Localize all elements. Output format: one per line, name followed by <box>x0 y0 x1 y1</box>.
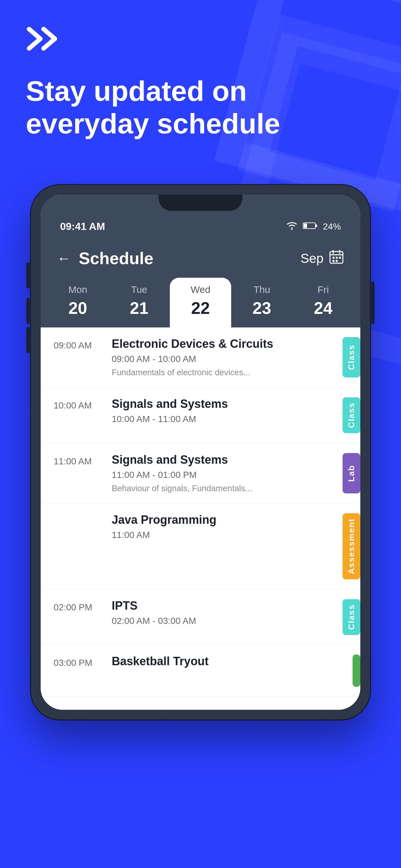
event-ipts-title: IPTS <box>112 599 336 613</box>
event-edc-time: 09:00 AM - 10:00 AM <box>112 354 336 364</box>
event-sns2-title: Signals and Systems <box>112 453 336 467</box>
event-ipts-time: 02:00 AM - 03:00 AM <box>112 616 336 626</box>
notch-inner <box>158 195 243 211</box>
svg-rect-1 <box>316 224 317 227</box>
event-card-ipts[interactable]: IPTS 02:00 AM - 03:00 AM Class <box>105 589 360 645</box>
phone-screen: 09:41 AM <box>41 195 360 710</box>
app-logo <box>26 26 375 55</box>
battery-percent: 24% <box>323 221 341 232</box>
day-tue[interactable]: Tue 21 <box>109 278 170 328</box>
event-basketball-title: Basketball Tryout <box>112 655 346 668</box>
event-edc-tag: Class <box>343 337 360 377</box>
day-wed-name: Wed <box>173 284 228 295</box>
day-wed[interactable]: Wed 22 <box>170 278 231 328</box>
event-ipts-content: IPTS 02:00 AM - 03:00 AM <box>112 599 343 635</box>
svg-rect-9 <box>339 257 341 259</box>
event-java-time: 11:00 AM <box>112 530 336 540</box>
event-sns2-tag: Lab <box>343 453 360 493</box>
day-thu[interactable]: Thu 23 <box>231 278 292 328</box>
calendar-icon[interactable] <box>329 249 344 268</box>
event-basketball-content: Basketball Tryout <box>112 655 352 687</box>
svg-rect-2 <box>304 223 307 228</box>
schedule-row-1400: 02:00 PM IPTS 02:00 AM - 03:00 AM Class <box>41 589 360 645</box>
svg-rect-10 <box>333 260 335 262</box>
svg-rect-7 <box>333 257 335 259</box>
day-tue-name: Tue <box>112 284 166 295</box>
svg-rect-8 <box>336 257 338 259</box>
event-sns1-title: Signals and Systems <box>112 397 336 411</box>
event-sns2-desc: Behaviour of signals, Fundamentals... <box>112 484 336 493</box>
event-sns1-content: Signals and Systems 10:00 AM - 11:00 AM <box>112 397 343 433</box>
event-card-sns1[interactable]: Signals and Systems 10:00 AM - 11:00 AM … <box>105 388 360 443</box>
day-thu-name: Thu <box>235 284 289 295</box>
day-selector: Mon 20 Tue 21 Wed 22 Thu 23 Fri 24 <box>41 268 360 328</box>
event-java-tag: Assessment <box>343 513 360 579</box>
phone-body: 09:41 AM <box>31 185 370 719</box>
event-basketball-tag <box>352 655 360 687</box>
event-java-title: Java Programming <box>112 513 336 527</box>
event-card-sns2[interactable]: Signals and Systems 11:00 AM - 01:00 PM … <box>105 443 360 503</box>
event-sns1-tag: Class <box>343 397 360 433</box>
day-mon[interactable]: Mon 20 <box>47 278 109 328</box>
schedule-row-1500: 03:00 PM Basketball Tryout <box>41 645 360 697</box>
event-edc-title: Electronic Devices & Circuits <box>112 337 336 351</box>
schedule-row-1100-sns: 11:00 AM Signals and Systems 11:00 AM - … <box>41 443 360 503</box>
day-mon-num: 20 <box>50 299 105 318</box>
event-java-content: Java Programming 11:00 AM <box>112 513 343 579</box>
day-tue-num: 21 <box>112 299 166 318</box>
promo-header: Stay updated on everyday schedule <box>0 0 401 159</box>
day-wed-num: 22 <box>173 299 228 318</box>
status-icons: 24% <box>286 221 341 232</box>
schedule-row-1100-java: Java Programming 11:00 AM Assessment <box>41 503 360 589</box>
day-fri-name: Fri <box>296 284 351 295</box>
day-fri[interactable]: Fri 24 <box>292 278 354 328</box>
event-edc-content: Electronic Devices & Circuits 09:00 AM -… <box>112 337 343 377</box>
promo-tagline: Stay updated on everyday schedule <box>26 74 316 140</box>
time-1500: 03:00 PM <box>41 645 105 681</box>
time-1100: 11:00 AM <box>41 443 105 479</box>
schedule-content: 09:00 AM Electronic Devices & Circuits 0… <box>41 328 360 710</box>
event-sns1-time: 10:00 AM - 11:00 AM <box>112 414 336 424</box>
svg-rect-11 <box>336 260 338 262</box>
event-card-basketball[interactable]: Basketball Tryout <box>105 645 360 696</box>
phone-mockup: 09:41 AM <box>0 185 401 733</box>
app-header: ← Schedule Sep <box>41 239 360 268</box>
day-fri-num: 24 <box>296 299 351 318</box>
time-1000: 10:00 AM <box>41 388 105 424</box>
screen-title: Schedule <box>79 249 153 268</box>
status-time: 09:41 AM <box>60 221 105 232</box>
event-sns2-time: 11:00 AM - 01:00 PM <box>112 470 336 480</box>
event-ipts-tag: Class <box>343 599 360 635</box>
day-thu-num: 23 <box>235 299 289 318</box>
phone-notch <box>41 195 360 211</box>
header-left: ← Schedule <box>57 249 153 268</box>
schedule-row-1000: 10:00 AM Signals and Systems 10:00 AM - … <box>41 388 360 443</box>
event-card-java[interactable]: Java Programming 11:00 AM Assessment <box>105 503 360 589</box>
status-bar: 09:41 AM <box>41 211 360 239</box>
battery-icon <box>303 221 318 232</box>
back-button[interactable]: ← <box>57 250 71 267</box>
schedule-row-0900: 09:00 AM Electronic Devices & Circuits 0… <box>41 328 360 388</box>
event-card-edc[interactable]: Electronic Devices & Circuits 09:00 AM -… <box>105 328 360 387</box>
wifi-icon <box>286 221 298 232</box>
month-label: Sep <box>301 251 323 266</box>
time-0900: 09:00 AM <box>41 328 105 364</box>
event-edc-desc: Fundamentals of electronic devices... <box>112 368 336 377</box>
header-right: Sep <box>301 249 344 268</box>
time-1400: 02:00 PM <box>41 589 105 625</box>
event-sns2-content: Signals and Systems 11:00 AM - 01:00 PM … <box>112 453 343 493</box>
day-mon-name: Mon <box>50 284 105 295</box>
